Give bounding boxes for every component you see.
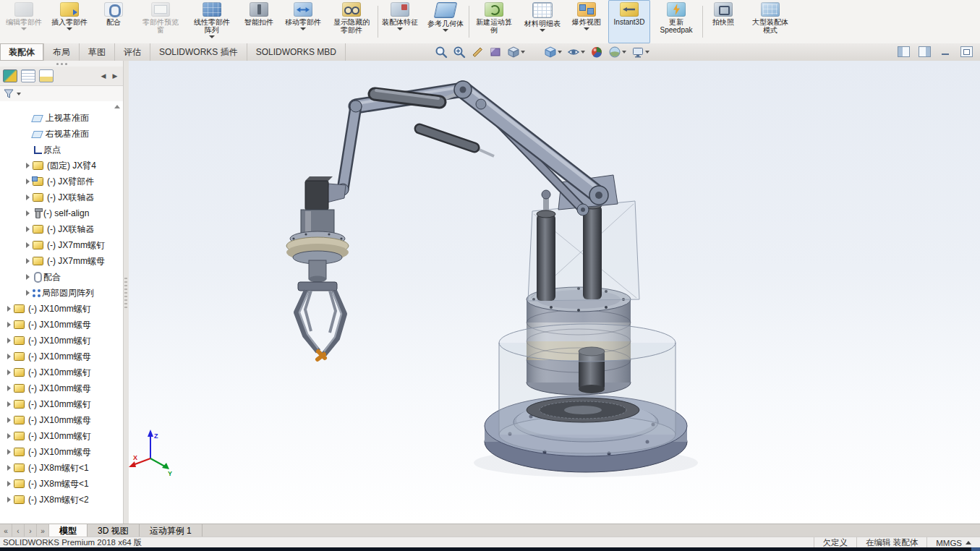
ribbon-button[interactable]: 智能扣件 [238,0,280,43]
document-tab[interactable]: 3D 视图 [88,524,140,537]
tree-item[interactable]: (-) JX8m螺母<1 [0,476,123,492]
command-tab[interactable]: 草图 [80,43,115,61]
zoom-to-fit-button[interactable] [434,45,448,59]
expand-arrow-icon[interactable] [26,290,30,296]
previous-view-button[interactable] [470,45,485,59]
expand-arrow-icon[interactable] [7,306,11,312]
panel-resize-grip[interactable] [0,61,123,67]
ribbon-button[interactable]: 零部件预览窗 [135,0,186,43]
viewport-canvas[interactable]: X Y Z [129,61,980,524]
expand-arrow-icon[interactable] [7,417,11,423]
expand-arrow-icon[interactable] [7,385,11,391]
command-tab[interactable]: SOLIDWORKS MBD [247,43,346,61]
filter-funnel-icon[interactable] [4,89,14,99]
ribbon-button[interactable]: 装配体特征 [378,0,422,43]
tree-item[interactable]: 上视基准面 [0,110,123,126]
panel-tab-next-button[interactable]: ▶ [110,70,120,82]
tree-item[interactable]: (-) self-align [0,205,123,221]
tree-item[interactable]: (-) JX10mm螺钉 [0,364,123,380]
ribbon-button[interactable]: 线性零部件阵列 [187,0,237,43]
tabs-scroll-first-button[interactable]: « [0,524,12,537]
tree-item[interactable]: (-) JX联轴器 [0,221,123,237]
tree-item[interactable]: (-) JX7mm螺母 [0,253,123,269]
tree-item[interactable]: (固定) JX臂4 [0,158,123,174]
robot-arm-model[interactable] [286,81,698,477]
splitter-handle[interactable] [124,278,127,308]
expand-arrow-icon[interactable] [7,433,11,439]
expand-arrow-icon[interactable] [7,401,11,407]
ribbon-button[interactable]: 配合 [93,0,135,43]
expand-arrow-icon[interactable] [26,274,30,280]
command-tab[interactable]: 评估 [115,43,150,61]
configurationmanager-tab-icon[interactable] [39,69,54,82]
ribbon-button[interactable]: Instant3D [608,0,650,43]
apply-scene-button[interactable] [608,45,627,59]
tree-item[interactable]: (-) JX10mm螺母 [0,380,123,396]
pane-right-toggle-button[interactable] [919,46,931,57]
expand-arrow-icon[interactable] [7,481,11,487]
tree-item[interactable]: (-) JX10mm螺钉 [0,333,123,349]
section-view-button[interactable] [488,45,503,59]
tree-item[interactable]: (-) JX10mm螺母 [0,317,123,333]
ribbon-button[interactable]: 更新 Speedpak [651,0,702,43]
unit-system-selector[interactable]: MMGS [926,537,980,548]
view-settings-button[interactable] [631,45,650,59]
panel-tab-prev-button[interactable]: ◀ [98,70,108,82]
edit-appearance-button[interactable] [589,45,604,59]
tree-item[interactable]: (-) JX10mm螺钉 [0,301,123,317]
tree-item[interactable]: (-) JX联轴器 [0,189,123,205]
tree-item[interactable]: (-) JX10mm螺母 [0,412,123,428]
ribbon-button[interactable]: 爆炸视图 [566,0,608,43]
restore-pane-button[interactable] [960,46,973,57]
ribbon-button[interactable]: 显示隐藏的零部件 [326,0,377,43]
expand-arrow-icon[interactable] [7,370,11,375]
tree-item[interactable]: (-) JX10mm螺母 [0,349,123,364]
ribbon-button[interactable]: 参考几何体 [423,0,468,43]
tree-item[interactable]: 配合 [0,269,123,285]
view-orientation-button[interactable] [506,45,526,59]
pane-left-toggle-button[interactable] [898,46,910,57]
tree-item[interactable]: (-) JX臂部件 [0,174,123,189]
ribbon-button[interactable]: 拍快照 [702,0,744,43]
tree-item[interactable]: 局部圆周阵列 [0,285,123,301]
tree-item[interactable]: (-) JX7mm螺钉 [0,237,123,253]
tree-item[interactable]: (-) JX8m螺钉<2 [0,492,123,508]
hide-show-items-button[interactable] [566,45,586,59]
ribbon-button[interactable]: 移动零部件 [281,0,325,43]
graphics-viewport[interactable]: X Y Z [129,61,980,524]
ribbon-button[interactable]: 新建运动算例 [469,0,519,43]
display-style-button[interactable] [543,45,563,59]
zoom-to-area-button[interactable] [452,45,466,59]
tree-item[interactable]: 原点 [0,142,123,158]
ribbon-button[interactable]: 插入零部件 [47,0,92,43]
tabs-scroll-last-button[interactable]: » [37,524,49,537]
filter-dropdown-caret-icon[interactable] [17,93,21,95]
command-tab[interactable]: 装配体 [0,43,44,61]
command-tab[interactable]: 布局 [44,43,80,61]
ribbon-button[interactable]: 大型装配体模式 [745,0,796,43]
document-tab[interactable]: 运动算例 1 [140,524,203,537]
expand-arrow-icon[interactable] [26,242,30,248]
expand-arrow-icon[interactable] [7,449,11,455]
minimize-pane-button[interactable] [939,46,952,57]
tree-item[interactable]: (-) JX10mm螺母 [0,444,123,460]
ribbon-button[interactable]: 材料明细表 [520,0,565,43]
tree-item[interactable]: 右视基准面 [0,126,123,142]
expand-arrow-icon[interactable] [26,179,30,184]
expand-arrow-icon[interactable] [26,163,30,168]
featuremanager-tree-tab-icon[interactable] [3,69,17,82]
expand-arrow-icon[interactable] [7,322,11,328]
document-tab[interactable]: 模型 [49,524,88,537]
propertymanager-tab-icon[interactable] [21,69,35,82]
tree-item[interactable]: (-) JX10mm螺钉 [0,396,123,412]
expand-arrow-icon[interactable] [26,195,30,200]
expand-arrow-icon[interactable] [7,497,11,503]
tree-item[interactable]: (-) JX8m螺钉<1 [0,460,123,476]
expand-arrow-icon[interactable] [26,210,30,216]
expand-arrow-icon[interactable] [7,338,11,343]
expand-arrow-icon[interactable] [26,258,30,264]
os-taskbar-sliver[interactable] [0,547,980,551]
tree-scroll-up-button[interactable] [113,103,121,111]
command-tab[interactable]: SOLIDWORKS 插件 [150,43,247,61]
tabs-scroll-next-button[interactable]: › [25,524,37,537]
